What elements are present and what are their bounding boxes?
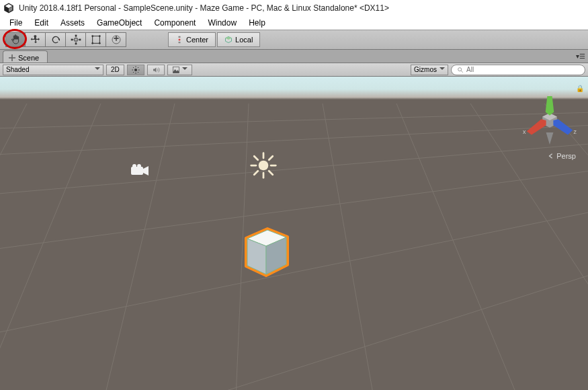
scene-control-bar: Shaded 2D Gizmos [0,63,588,77]
svg-marker-70 [546,132,554,145]
tab-menu-icon[interactable]: ▾☰ [576,52,585,60]
search-icon [457,67,464,73]
center-icon [175,36,183,44]
svg-rect-5 [75,43,77,45]
scale-tool-button[interactable] [66,32,86,47]
transform-tool-group [5,32,126,47]
effects-dropdown-button[interactable] [167,65,192,75]
move-tool-button[interactable] [26,32,46,47]
svg-rect-57 [131,167,143,175]
svg-line-45 [396,104,524,390]
pivot-local-button[interactable]: Local [217,32,260,47]
gizmos-dropdown[interactable]: Gizmos [411,65,448,75]
title-bar: Unity 2018.4.18f1 Personal - SampleScene… [0,0,588,16]
combined-transform-icon [111,34,122,45]
scale-icon [71,34,81,45]
selected-cube-object[interactable] [241,225,293,282]
pivot-handle-group: Center Local [168,32,260,47]
projection-mode-label[interactable]: Persp [548,152,576,160]
svg-point-11 [91,42,93,44]
svg-line-34 [0,112,588,129]
local-icon [224,36,233,44]
svg-rect-6 [71,39,73,41]
shading-mode-dropdown[interactable]: Shaded [3,65,103,75]
menu-file[interactable]: File [4,17,28,29]
chevron-down-icon [95,65,100,74]
rotate-icon [50,34,61,45]
menu-help[interactable]: Help [243,17,271,29]
lighting-toggle-button[interactable] [127,65,144,75]
menu-component[interactable]: Component [149,17,201,29]
svg-rect-3 [75,38,77,41]
gizmo-lock-icon[interactable]: 🔒 [576,85,584,92]
menu-window[interactable]: Window [202,17,242,29]
hand-tool-button[interactable] [5,32,26,47]
svg-point-60 [137,164,141,168]
svg-point-21 [134,69,137,71]
chevron-down-icon [439,65,445,74]
menu-assets[interactable]: Assets [55,17,90,29]
audio-toggle-button[interactable] [147,65,165,75]
svg-point-48 [259,161,269,171]
svg-rect-20 [11,54,13,61]
svg-rect-16 [179,42,181,43]
svg-marker-67 [546,96,554,116]
rotate-tool-button[interactable] [46,32,66,47]
window-title: Unity 2018.4.18f1 Personal - SampleScene… [19,3,389,13]
svg-line-28 [133,72,134,73]
local-label: Local [235,36,253,44]
tab-bar: Scene ▾☰ [0,50,588,63]
svg-rect-8 [92,36,99,44]
svg-line-55 [254,171,258,175]
scene-tab-label: Scene [18,54,39,62]
camera-gizmo[interactable] [131,164,150,180]
svg-line-33 [461,71,463,73]
svg-line-29 [138,67,138,68]
move-icon [30,34,41,45]
image-icon [172,66,180,74]
scene-viewport[interactable]: y x z 🔒 Persp [0,77,588,390]
svg-line-44 [323,104,376,390]
axis-z-label: z [574,128,577,135]
svg-point-12 [99,42,101,44]
rect-tool-button[interactable] [86,32,106,47]
svg-point-9 [91,35,93,37]
directional-light-gizmo[interactable] [249,151,278,182]
search-input[interactable] [466,66,579,73]
svg-point-59 [132,164,136,168]
svg-marker-69 [553,119,573,134]
chevron-down-icon [182,65,187,74]
svg-rect-7 [79,39,81,41]
svg-line-38 [0,206,588,339]
tab-scene[interactable]: Scene [3,50,48,63]
persp-arrow-icon [548,153,554,159]
svg-line-39 [0,265,588,390]
orientation-gizmo[interactable]: y x z [519,90,580,153]
pivot-center-button[interactable]: Center [168,32,216,47]
svg-marker-31 [173,69,179,73]
mode-2d-button[interactable]: 2D [106,65,124,75]
hand-icon [10,34,21,45]
axis-y-label: y [548,90,552,96]
audio-icon [152,66,160,74]
svg-marker-68 [527,119,546,134]
gizmos-label: Gizmos [414,66,437,73]
svg-line-56 [269,156,273,160]
svg-point-10 [99,35,101,37]
menu-edit[interactable]: Edit [29,17,54,29]
unity-logo-icon [3,2,15,14]
shading-mode-label: Shaded [6,66,29,73]
svg-line-41 [0,104,101,390]
svg-rect-15 [179,36,181,38]
svg-marker-18 [226,37,232,40]
transform-tool-button[interactable] [106,32,126,47]
toolbar: Center Local [0,30,588,50]
svg-point-14 [179,39,181,41]
menu-gameobject[interactable]: GameObject [91,17,147,29]
axis-x-label: x [523,128,526,135]
mode-2d-label: 2D [111,66,120,73]
scene-search[interactable] [451,65,585,75]
svg-line-53 [254,156,258,160]
svg-point-32 [458,67,462,71]
svg-marker-58 [143,166,149,176]
